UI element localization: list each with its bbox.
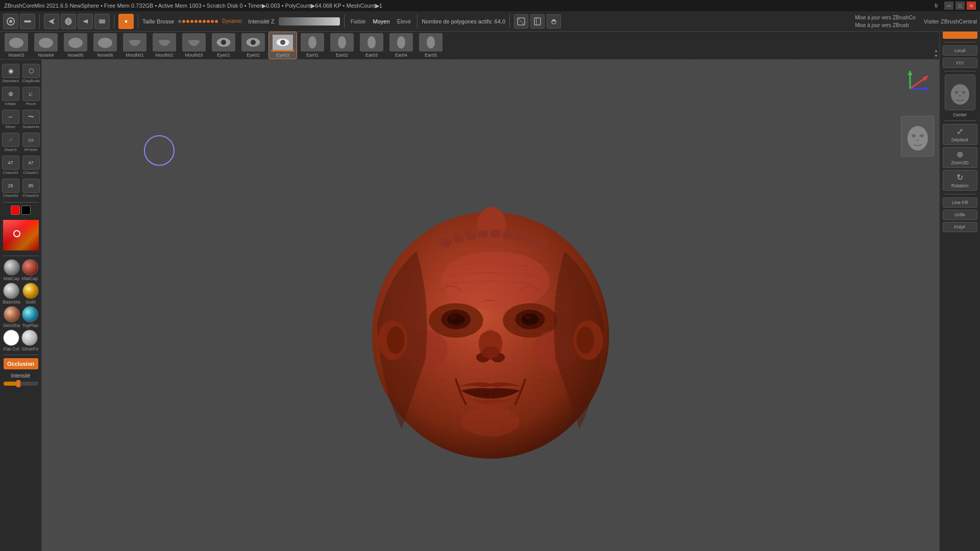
brush-item-eye01[interactable]: Eye01	[209, 32, 238, 59]
chiselsl-label: ChiselSl	[3, 170, 18, 175]
silverfo-sphere	[21, 330, 38, 346]
brush-item-eye02[interactable]: Eye02	[239, 32, 267, 59]
chiselcr-icon: 47	[22, 156, 40, 170]
grille-button[interactable]: Grille	[943, 210, 977, 220]
rotation-button[interactable]: ↻ Rotation	[943, 170, 977, 191]
arrow-button[interactable]	[78, 14, 93, 29]
moyen-btn[interactable]: Moyen	[371, 17, 392, 26]
flatcol-item[interactable]: Flat Col	[3, 330, 19, 352]
camera-btn[interactable]	[547, 14, 561, 29]
matcap-row-3: SkinSha ToyPlas	[3, 306, 39, 328]
brush-name-8: Eye02	[247, 53, 260, 58]
occlusion-button[interactable]: Occlusion	[4, 358, 38, 369]
svg-point-23	[98, 38, 112, 48]
eleve-btn[interactable]: Élevé	[395, 17, 413, 26]
tool-inflate[interactable]: ⊕ Inflate	[1, 86, 20, 107]
primary-color-swatch[interactable]	[11, 206, 20, 215]
toyplas-item[interactable]: ToyPlas	[22, 306, 38, 328]
svg-point-85	[916, 139, 919, 141]
basicma-item[interactable]: BasicMa	[3, 283, 20, 305]
tool-chiseloc[interactable]: 85 ChiselOc	[21, 178, 41, 199]
brush-item-mouth02[interactable]: Mouth02	[150, 32, 179, 59]
brush-size-dots[interactable]	[178, 20, 218, 23]
sphere-button[interactable]	[61, 14, 76, 29]
matcap-gray-sphere	[4, 259, 20, 276]
brush-item-mouth03[interactable]: Mouth03	[180, 32, 208, 59]
brush-name-2: Nose05	[67, 53, 83, 58]
right-sep-1	[945, 42, 975, 42]
polyf-button[interactable]: PolyF	[943, 222, 977, 232]
gold-item[interactable]: Gold	[22, 283, 39, 305]
pinch-label: Pinch	[26, 102, 36, 106]
svg-point-88	[962, 91, 965, 94]
brush-item-ear02[interactable]: Ear02	[328, 32, 356, 59]
brush-item-ear01[interactable]: Ear01	[298, 32, 327, 59]
svg-marker-81	[908, 71, 913, 75]
brush-active-button[interactable]	[118, 14, 134, 29]
deplace-button[interactable]: ⤢ Déplacé	[943, 124, 977, 145]
svg-rect-2	[24, 20, 31, 22]
stroke-mode-button[interactable]	[20, 14, 35, 29]
tool-chiselsl[interactable]: 47 ChiselSl	[1, 155, 20, 176]
update-zbrush-btn[interactable]: Mise à jour vers ZBrush	[853, 22, 917, 29]
nav-button-1[interactable]	[44, 14, 59, 29]
brush-item-ear03[interactable]: Ear03	[357, 32, 386, 59]
tool-hpolish[interactable]: ▭ hPolish	[21, 132, 41, 153]
brush-scroll-down[interactable]: ▼	[934, 54, 938, 58]
zoom3d-button[interactable]: ⊕ Zoom3D	[943, 147, 977, 168]
draw-mode-button[interactable]	[3, 14, 18, 29]
svg-point-37	[308, 36, 316, 48]
head-3d-preview[interactable]	[945, 74, 975, 110]
sep1	[39, 14, 40, 29]
matcap-red-item[interactable]: MatCap	[22, 259, 38, 281]
brush-scroll-up[interactable]: ▲	[934, 48, 938, 53]
tool-claybuild[interactable]: ⬡ ClayBuild	[21, 63, 41, 84]
rect-button[interactable]	[94, 14, 110, 29]
tool-slash[interactable]: ⟋ Slash3	[1, 132, 20, 153]
faible-btn[interactable]: Faible	[349, 17, 368, 26]
svg-point-41	[368, 36, 376, 48]
color-picker[interactable]	[3, 220, 39, 251]
tool-chiselcr[interactable]: 47 ChiselCr	[21, 155, 41, 176]
minimize-button[interactable]: ─	[944, 2, 953, 10]
brush-item-nose04[interactable]: Nose04	[32, 32, 60, 59]
matcap-gray-item[interactable]: MatCap	[4, 259, 20, 281]
update-zbrushco-btn[interactable]: Mise à jour vers ZBrushCo	[853, 14, 917, 21]
book-btn[interactable]	[530, 14, 545, 29]
svg-point-21	[68, 38, 83, 48]
sep5	[417, 14, 418, 29]
secondary-color-swatch[interactable]	[21, 206, 31, 215]
tool-move[interactable]: ↔ Move	[1, 109, 20, 130]
intensite-side-slider[interactable]	[4, 382, 38, 386]
render-btn[interactable]	[514, 14, 528, 29]
silverfo-item[interactable]: SilverFo	[21, 330, 38, 352]
tool-chiselsl2[interactable]: 29 ChiselSl	[1, 178, 20, 199]
brush-item-ear04[interactable]: Ear04	[387, 32, 415, 59]
local-button[interactable]: Local	[943, 45, 977, 56]
close-button[interactable]: ✕	[967, 2, 976, 10]
brush-item-nose06[interactable]: Nose06	[91, 32, 119, 59]
brush-item-mouth01[interactable]: Mouth01	[120, 32, 149, 59]
maximize-button[interactable]: □	[955, 2, 965, 10]
chiseloc-label: ChiselOc	[22, 193, 39, 198]
main-viewport[interactable]	[42, 60, 939, 551]
brush-item-ear05[interactable]: Ear05	[416, 32, 445, 59]
brush-thumb-0	[5, 33, 28, 52]
tool-standard[interactable]: ◉ Standard	[1, 63, 20, 84]
intensite-z-slider[interactable]	[279, 17, 340, 26]
visit-central-btn[interactable]: Visiter ZBrushCentral	[924, 18, 977, 24]
grille-label: Grille	[954, 212, 965, 217]
brush-item-eye03[interactable]: Eye03	[268, 32, 297, 59]
skinsha-sphere	[4, 306, 20, 322]
dot7	[203, 20, 206, 23]
linefill-button[interactable]: Line Fill	[943, 197, 977, 208]
intensite-side-label: Intensité	[11, 373, 31, 379]
skinsha-item[interactable]: SkinSha	[3, 306, 20, 328]
head-preview-thumbnail[interactable]	[901, 116, 934, 157]
tool-pinch[interactable]: ⟀ Pinch	[21, 86, 41, 107]
tool-snakehook[interactable]: 〜 SnakeHo	[21, 109, 41, 130]
brush-item-nose03[interactable]: Nose03	[2, 32, 31, 59]
svg-point-51	[478, 229, 488, 238]
brush-item-nose05[interactable]: Nose05	[61, 32, 90, 59]
xyz-button[interactable]: xYz	[943, 58, 977, 68]
